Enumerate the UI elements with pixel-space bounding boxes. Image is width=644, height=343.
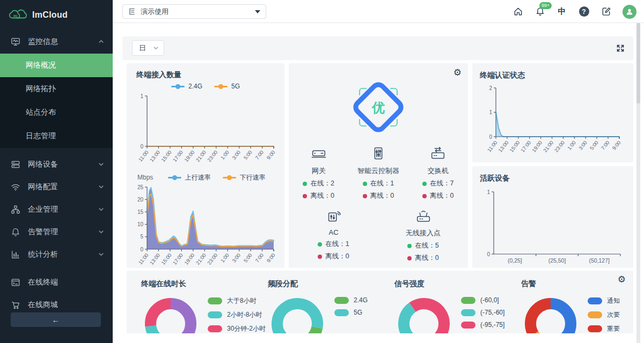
chevron-down-icon <box>98 205 104 214</box>
legend-item[interactable]: 5G <box>334 309 368 316</box>
cloud-logo-icon: m <box>8 7 28 23</box>
cart-icon <box>11 300 20 310</box>
signal-donut <box>394 294 453 333</box>
svg-text:5:00: 5:00 <box>243 252 253 263</box>
device-online: 在线：1 <box>348 179 408 188</box>
stats-icon <box>11 250 20 259</box>
feedback-edit-icon[interactable] <box>601 6 611 17</box>
server-icon <box>11 160 20 169</box>
sidebar-item-4[interactable]: 日志管理 <box>0 124 113 148</box>
sidebar-item-2[interactable]: 网络拓扑 <box>0 77 113 101</box>
legend-item[interactable]: (-95,-75] <box>461 321 504 329</box>
org-selector[interactable]: 演示使用 <box>122 4 266 19</box>
device-offline: 离线：0 <box>378 253 468 263</box>
home-icon[interactable] <box>513 6 523 17</box>
svg-text:9:00: 9:00 <box>611 139 622 151</box>
svg-text:17:00: 17:00 <box>172 149 184 163</box>
svg-text:25: 25 <box>137 184 144 190</box>
svg-text:1: 1 <box>487 189 490 195</box>
device-online: 在线：2 <box>289 179 348 188</box>
svg-text:23:00: 23:00 <box>553 139 566 153</box>
sidebar-item-9[interactable]: 统计分析 <box>0 243 113 266</box>
fullscreen-icon[interactable] <box>616 44 625 55</box>
chevron-down-icon <box>98 183 104 191</box>
card-title: 终端认证状态 <box>480 71 628 80</box>
y-unit-label: Mbps <box>137 174 153 181</box>
legend-item[interactable]: 通知 <box>588 296 620 305</box>
wifi-icon <box>11 182 20 192</box>
section-title: 信号强度 <box>394 279 507 289</box>
alarm-legend: 通知次要重要 <box>588 296 620 333</box>
sidebar-item-6[interactable]: 网络配置 <box>0 176 113 198</box>
svg-text:7:00: 7:00 <box>254 149 265 160</box>
app-logo[interactable]: m ImCloud <box>0 0 113 30</box>
notifications-icon[interactable]: 99+ <box>535 6 545 17</box>
svg-text:15:00: 15:00 <box>160 252 172 266</box>
svg-text:11:00: 11:00 <box>137 252 150 265</box>
monitor-icon <box>11 37 20 47</box>
svg-text:7:00: 7:00 <box>600 139 611 151</box>
device-name: 无线接入点 <box>378 228 468 238</box>
svg-text:9:00: 9:00 <box>266 252 276 263</box>
sidebar-item-1[interactable]: 网络概况 <box>0 54 113 77</box>
period-select[interactable]: 日 <box>132 40 164 56</box>
svg-text:19:00: 19:00 <box>183 252 195 266</box>
legend-item[interactable]: 5G <box>214 83 240 90</box>
terminal-icon <box>11 278 20 287</box>
legend-item[interactable]: 下行速率 <box>223 173 266 182</box>
card-title: 活跃设备 <box>480 174 628 183</box>
chevron-down-icon <box>153 45 159 51</box>
device-name: AC <box>289 228 378 236</box>
svg-text:20: 20 <box>137 197 144 203</box>
svg-text:(0,25]: (0,25] <box>508 257 522 264</box>
dropdown-arrow-icon <box>255 10 260 13</box>
help-icon[interactable]: ? <box>579 6 589 17</box>
svg-text:15:00: 15:00 <box>508 139 521 153</box>
sidebar-collapse-button[interactable]: ← <box>11 312 101 327</box>
svg-text:0: 0 <box>487 251 490 257</box>
notification-badge: 99+ <box>539 2 552 9</box>
sidebar-item-label: 统计分析 <box>28 250 58 259</box>
svg-text:21:00: 21:00 <box>542 139 554 153</box>
legend-item[interactable]: (-75,-60] <box>461 309 504 316</box>
svg-text:17:00: 17:00 <box>172 252 184 266</box>
signal-section: 信号强度(-60,0](-75,-60](-95,-75] <box>380 271 507 333</box>
sidebar-nav: 监控信息网络概况网络拓扑站点分布日志管理网络设备网络配置企业管理告警管理统计分析… <box>0 30 113 316</box>
sidebar-item-7[interactable]: 企业管理 <box>0 198 113 221</box>
alarm-section: 告警通知次要重要 <box>507 271 633 333</box>
svg-text:9:00: 9:00 <box>266 149 276 160</box>
terminal-access-chart: 0111:0013:0015:0017:0019:0021:0023:001:0… <box>131 92 280 171</box>
legend-item[interactable]: 次要 <box>588 310 620 319</box>
svg-text:3:00: 3:00 <box>231 149 241 160</box>
svg-text:15: 15 <box>137 209 144 215</box>
duration-section: 终端在线时长大于8小时2小时-8小时30分钟-2小时 <box>127 271 253 333</box>
settings-gear-icon[interactable]: ⚙ <box>453 68 462 77</box>
chevron-down-icon <box>98 228 104 236</box>
svg-text:17:00: 17:00 <box>519 139 532 153</box>
device-offline: 离线：0 <box>408 191 468 200</box>
sidebar-item-3[interactable]: 站点分布 <box>0 101 113 124</box>
sidebar-item-8[interactable]: 告警管理 <box>0 221 113 243</box>
svg-text:7:00: 7:00 <box>254 252 265 263</box>
svg-text:15:00: 15:00 <box>160 149 172 163</box>
svg-text:13:00: 13:00 <box>497 139 509 153</box>
svg-text:1: 1 <box>140 93 143 99</box>
legend-item[interactable]: 重要 <box>588 324 620 333</box>
user-avatar[interactable] <box>623 5 636 19</box>
sidebar-item-10[interactable]: 在线终端 <box>0 271 113 294</box>
svg-text:23:00: 23:00 <box>206 149 218 163</box>
legend-item[interactable]: (-60,0] <box>461 296 504 304</box>
period-select-value: 日 <box>139 43 146 53</box>
org-selector-value: 演示使用 <box>141 7 169 17</box>
controller-icon <box>348 146 408 164</box>
legend-item[interactable]: 上行速率 <box>168 173 211 182</box>
legend-item[interactable]: 2.4G <box>334 296 368 304</box>
scrollbar[interactable] <box>636 23 640 343</box>
language-toggle[interactable]: 中 <box>557 6 567 17</box>
switch-icon <box>408 146 468 164</box>
sidebar-item-5[interactable]: 网络设备 <box>0 153 113 176</box>
sidebar-item-label: 企业管理 <box>28 205 58 214</box>
sidebar-item-0[interactable]: 监控信息 <box>0 30 113 54</box>
active-devices-card: 活跃设备 01(0,25](25,50](50,127] <box>472 166 633 268</box>
legend-item[interactable]: 2.4G <box>171 83 202 90</box>
